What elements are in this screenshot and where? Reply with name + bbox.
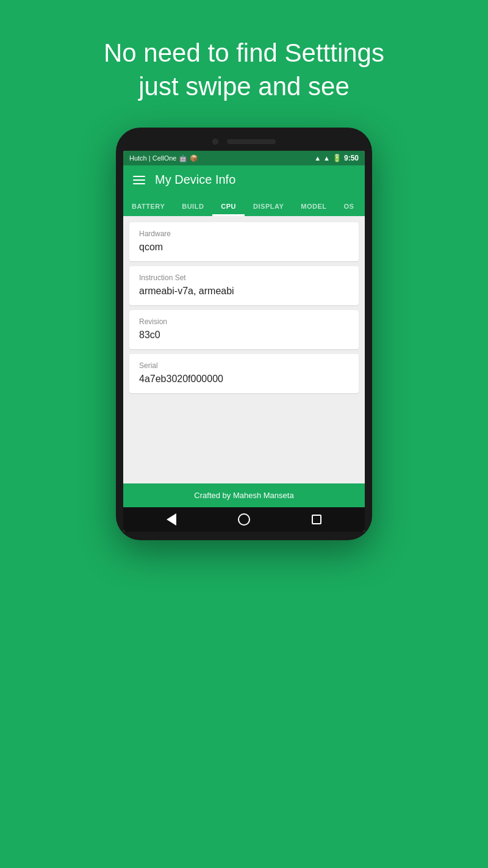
android-icon: 🤖 [179,154,187,162]
serial-label: Serial [139,361,349,370]
footer-text: Crafted by Mahesh Manseta [194,491,293,500]
app-footer: Crafted by Mahesh Manseta [123,483,365,507]
carrier-label: Hutch | CellOne [129,154,176,162]
revision-card: Revision 83c0 [129,310,359,349]
phone-screen: Hutch | CellOne 🤖 📦 ▲ ▲ 🔋 9:50 My Device… [123,151,365,532]
serial-value: 4a7eb3020f000000 [139,374,349,385]
content-area: Hardware qcom Instruction Set armeabi-v7… [123,216,365,483]
recents-button[interactable] [312,515,321,524]
instruction-set-card: Instruction Set armeabi-v7a, armeabi [129,266,359,305]
empty-space [129,398,359,477]
back-button[interactable] [167,513,176,526]
status-left: Hutch | CellOne 🤖 📦 [129,154,198,162]
status-bar: Hutch | CellOne 🤖 📦 ▲ ▲ 🔋 9:50 [123,151,365,165]
serial-card: Serial 4a7eb3020f000000 [129,354,359,393]
hero-section: No need to find Setttings just swipe and… [104,37,384,103]
tab-os[interactable]: OS [335,194,362,216]
tab-cpu[interactable]: CPU [212,194,245,216]
nav-bar [123,507,365,532]
tabs-bar: BATTERY BUILD CPU DISPLAY MODEL OS [123,194,365,216]
app-bar: My Device Info [123,165,365,194]
hardware-value: qcom [139,242,349,253]
revision-value: 83c0 [139,330,349,341]
instruction-set-value: armeabi-v7a, armeabi [139,286,349,297]
status-right: ▲ ▲ 🔋 9:50 [314,154,359,162]
instruction-set-label: Instruction Set [139,273,349,282]
tab-battery[interactable]: BATTERY [123,194,173,216]
time-display: 9:50 [344,154,359,162]
hardware-label: Hardware [139,230,349,238]
signal-icon-2: ▲ [323,154,330,162]
phone-shell: Hutch | CellOne 🤖 📦 ▲ ▲ 🔋 9:50 My Device… [116,128,372,540]
hardware-card: Hardware qcom [129,222,359,261]
hero-line2: just swipe and see [138,72,350,101]
hero-line1: No need to find Setttings [104,38,384,67]
download-icon: 📦 [190,154,198,162]
phone-top-hardware [123,139,365,145]
battery-icon: 🔋 [332,154,342,162]
tab-model[interactable]: MODEL [292,194,335,216]
signal-icon-1: ▲ [314,154,321,162]
earpiece [227,139,276,144]
front-camera [212,139,218,145]
tab-build[interactable]: BUILD [173,194,212,216]
home-button[interactable] [238,513,250,526]
app-title: My Device Info [155,173,235,187]
revision-label: Revision [139,317,349,326]
tab-display[interactable]: DISPLAY [245,194,292,216]
menu-button[interactable] [133,176,145,184]
